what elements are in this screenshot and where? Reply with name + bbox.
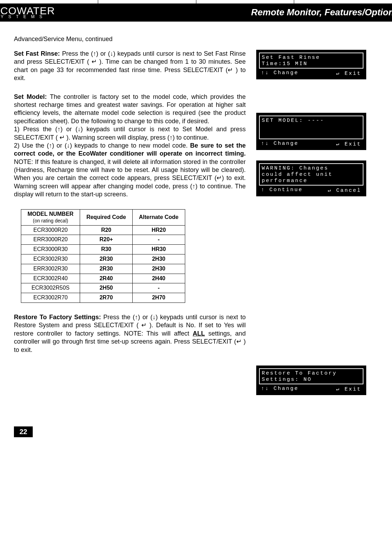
set-model-title: Set Model: (14, 93, 50, 100)
table-row: ECR3002R50S2H50- (21, 283, 185, 293)
table-row: ECR3000R20R20HR20 (21, 225, 185, 235)
section-set-model: Set Model: The controller is factory set… (14, 93, 246, 199)
section-fast-rinse: Set Fast Rinse: Press the (↑) or (↓) key… (14, 50, 246, 83)
table-row: ECR3000R30R30HR30 (21, 245, 185, 254)
restore-all: ALL (193, 330, 205, 337)
table-row: ECR3002R402R402H40 (21, 274, 185, 283)
th-model: MODEL NUMBER(on rating decal) (21, 209, 80, 225)
set-model-body2: 1) Press the (↑) or (↓) keypads until cu… (14, 126, 246, 141)
set-model-body3a: 2) Use the (↑) or (↓) keypads to change … (14, 142, 190, 149)
restore-title: Restore To Factory Settings: (14, 314, 103, 321)
lcd-set-model: SET MODEL: ---- ↑↓ Change↵ Exit (256, 113, 366, 150)
table-row: ERR3002R302R302H30 (21, 264, 185, 274)
model-code-table: MODEL NUMBER(on rating decal) Required C… (21, 209, 185, 303)
table-row: ERR3000R20R20+- (21, 235, 185, 245)
logo: ECOWATER SYSTEMS (0, 6, 55, 19)
fast-rinse-title: Set Fast Rinse: (14, 50, 62, 57)
continued-label: Advanced/Service Menu, continued (14, 36, 378, 43)
lcd-restore: Restore To Factory Settings: NO ↑↓ Chang… (256, 366, 366, 395)
lcd-fast-rinse: Set Fast Rinse Time:15 MIN ↑↓ Change↵ Ex… (256, 50, 366, 79)
lcd-warning: WARNING: Changes could affect unit perfo… (256, 160, 366, 196)
logo-sub: SYSTEMS (0, 15, 55, 19)
table-row: ECR3002R702R702H70 (21, 293, 185, 303)
set-model-body3c: NOTE: If this feature is changed, it wil… (14, 158, 246, 198)
th-alternate: Alternate Code (132, 209, 185, 225)
header-bar: ECOWATER SYSTEMS Remote Monitor, Feature… (0, 3, 392, 22)
page-number: 22 (14, 426, 33, 437)
th-required: Required Code (80, 209, 133, 225)
page-title: Remote Monitor, Features/Options (251, 7, 392, 18)
section-restore: Restore To Factory Settings: Press the (… (14, 313, 246, 354)
table-row: ECR3002R302R302H30 (21, 254, 185, 264)
